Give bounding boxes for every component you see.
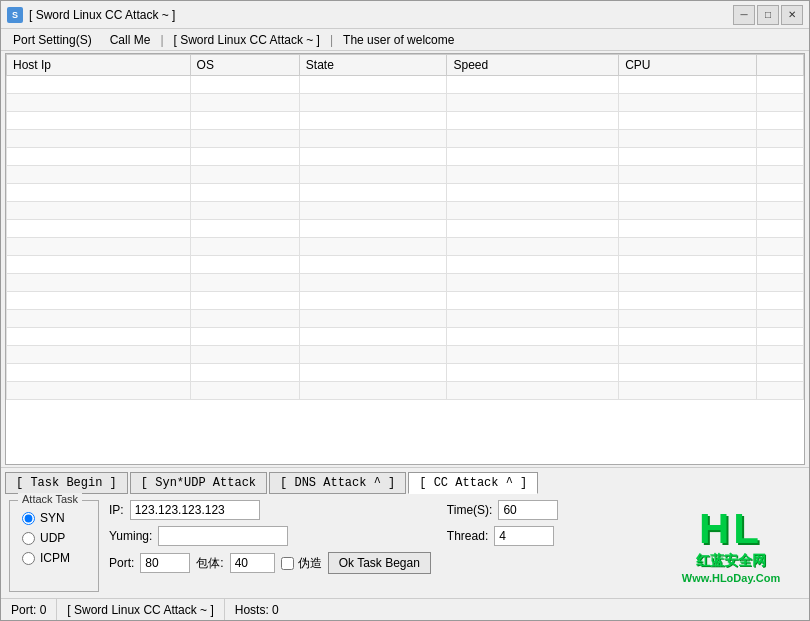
menu-bar: Port Setting(S) Call Me | [ Sword Linux … bbox=[1, 29, 809, 51]
menu-welcome[interactable]: The user of welcome bbox=[335, 31, 462, 49]
body-label: 包体: bbox=[196, 555, 223, 572]
menu-port-setting[interactable]: Port Setting(S) bbox=[5, 31, 100, 49]
radio-syn-input[interactable] bbox=[22, 512, 35, 525]
bottom-panel: [ Task Begin ] [ Syn*UDP Attack [ DNS At… bbox=[1, 467, 809, 598]
col-host-ip: Host Ip bbox=[7, 55, 191, 76]
port-input[interactable] bbox=[140, 553, 190, 573]
attack-task-legend: Attack Task bbox=[18, 493, 82, 505]
status-port: Port: 0 bbox=[1, 599, 57, 620]
window-title: [ Sword Linux CC Attack ~ ] bbox=[29, 8, 733, 22]
radio-group: SYN UDP ICPM bbox=[22, 511, 86, 565]
table-row bbox=[7, 130, 804, 148]
table-row bbox=[7, 166, 804, 184]
ip-input[interactable] bbox=[130, 500, 260, 520]
status-bar: Port: 0 [ Sword Linux CC Attack ~ ] Host… bbox=[1, 598, 809, 620]
form-row-thread: Thread: bbox=[447, 526, 559, 546]
table-row bbox=[7, 310, 804, 328]
table-row bbox=[7, 292, 804, 310]
table-row bbox=[7, 76, 804, 94]
spoof-checkbox[interactable] bbox=[281, 557, 294, 570]
table-row bbox=[7, 112, 804, 130]
port-label: Port: bbox=[109, 556, 134, 570]
main-window: S [ Sword Linux CC Attack ~ ] ─ □ ✕ Port… bbox=[0, 0, 810, 621]
yuming-input[interactable] bbox=[158, 526, 288, 546]
table-row bbox=[7, 220, 804, 238]
table-row bbox=[7, 148, 804, 166]
tab-task-begin[interactable]: [ Task Begin ] bbox=[5, 472, 128, 494]
menu-sword-linux[interactable]: [ Sword Linux CC Attack ~ ] bbox=[166, 31, 328, 49]
tab-syn-udp[interactable]: [ Syn*UDP Attack bbox=[130, 472, 267, 494]
radio-syn[interactable]: SYN bbox=[22, 511, 86, 525]
table-row bbox=[7, 364, 804, 382]
status-middle: [ Sword Linux CC Attack ~ ] bbox=[57, 599, 224, 620]
table-row bbox=[7, 274, 804, 292]
host-table-container[interactable]: Host Ip OS State Speed CPU bbox=[5, 53, 805, 465]
close-button[interactable]: ✕ bbox=[781, 5, 803, 25]
spoof-label: 伪造 bbox=[298, 555, 322, 572]
table-row bbox=[7, 184, 804, 202]
form-fields: IP: Yuming: Port: 包体: bbox=[109, 500, 651, 592]
form-row-port: Port: 包体: 伪造 Ok Task Began bbox=[109, 552, 431, 574]
time-input[interactable] bbox=[498, 500, 558, 520]
status-hosts-text: Hosts: 0 bbox=[235, 603, 279, 617]
thread-label: Thread: bbox=[447, 529, 488, 543]
logo-hl: HL bbox=[699, 508, 763, 550]
table-row bbox=[7, 202, 804, 220]
radio-icpm[interactable]: ICPM bbox=[22, 551, 86, 565]
radio-udp-label: UDP bbox=[40, 531, 65, 545]
maximize-button[interactable]: □ bbox=[757, 5, 779, 25]
table-row bbox=[7, 346, 804, 364]
spoof-checkbox-label[interactable]: 伪造 bbox=[281, 555, 322, 572]
col-cpu: CPU bbox=[619, 55, 757, 76]
thread-input[interactable] bbox=[494, 526, 554, 546]
menu-separator-2: | bbox=[330, 33, 333, 47]
radio-udp[interactable]: UDP bbox=[22, 531, 86, 545]
tab-cc-attack[interactable]: [ CC Attack ^ ] bbox=[408, 472, 538, 494]
radio-syn-label: SYN bbox=[40, 511, 65, 525]
status-hosts: Hosts: 0 bbox=[225, 599, 289, 620]
table-row bbox=[7, 382, 804, 400]
menu-separator-1: | bbox=[160, 33, 163, 47]
form-row-time: Time(S): bbox=[447, 500, 559, 520]
status-port-text: Port: 0 bbox=[11, 603, 46, 617]
logo-area: HL 红蓝安全网 Www.HLoDay.Com bbox=[661, 500, 801, 592]
window-controls: ─ □ ✕ bbox=[733, 5, 803, 25]
logo-url: Www.HLoDay.Com bbox=[682, 572, 780, 584]
radio-icpm-input[interactable] bbox=[22, 552, 35, 565]
yuming-label: Yuming: bbox=[109, 529, 152, 543]
ip-label: IP: bbox=[109, 503, 124, 517]
col-state: State bbox=[299, 55, 447, 76]
status-middle-text: [ Sword Linux CC Attack ~ ] bbox=[67, 603, 213, 617]
radio-icpm-label: ICPM bbox=[40, 551, 70, 565]
radio-udp-input[interactable] bbox=[22, 532, 35, 545]
table-row bbox=[7, 94, 804, 112]
attack-panel: Attack Task SYN UDP ICPM bbox=[1, 494, 809, 598]
ok-task-button[interactable]: Ok Task Began bbox=[328, 552, 431, 574]
host-table: Host Ip OS State Speed CPU bbox=[6, 54, 804, 400]
app-icon: S bbox=[7, 7, 23, 23]
tabs-row: [ Task Begin ] [ Syn*UDP Attack [ DNS At… bbox=[1, 468, 809, 494]
table-row bbox=[7, 328, 804, 346]
minimize-button[interactable]: ─ bbox=[733, 5, 755, 25]
title-bar: S [ Sword Linux CC Attack ~ ] ─ □ ✕ bbox=[1, 1, 809, 29]
table-row bbox=[7, 256, 804, 274]
col-speed: Speed bbox=[447, 55, 619, 76]
form-two-col: IP: Yuming: Port: 包体: bbox=[109, 500, 651, 574]
form-col-left: IP: Yuming: Port: 包体: bbox=[109, 500, 431, 574]
col-extra bbox=[757, 55, 804, 76]
body-input[interactable] bbox=[230, 553, 275, 573]
form-row-yuming: Yuming: bbox=[109, 526, 431, 546]
attack-task-group: Attack Task SYN UDP ICPM bbox=[9, 500, 99, 592]
table-header-row: Host Ip OS State Speed CPU bbox=[7, 55, 804, 76]
col-os: OS bbox=[190, 55, 299, 76]
form-row-ip: IP: bbox=[109, 500, 431, 520]
form-col-right: Time(S): Thread: bbox=[447, 500, 559, 574]
table-row bbox=[7, 238, 804, 256]
logo-cn: 红蓝安全网 bbox=[696, 552, 766, 570]
menu-call-me[interactable]: Call Me bbox=[102, 31, 159, 49]
time-label: Time(S): bbox=[447, 503, 493, 517]
tab-dns-attack[interactable]: [ DNS Attack ^ ] bbox=[269, 472, 406, 494]
